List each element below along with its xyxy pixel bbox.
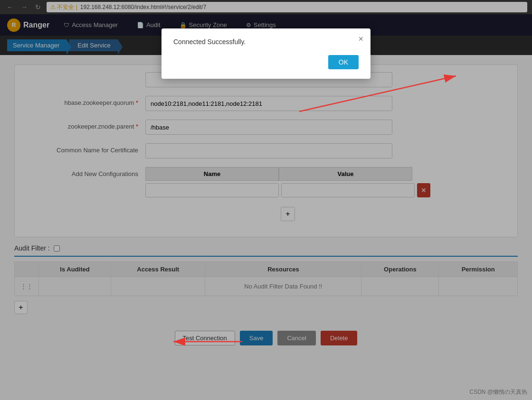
- modal-box: × Connected Successfully. OK: [162, 28, 370, 79]
- modal-footer: OK: [173, 55, 359, 69]
- ok-button[interactable]: OK: [328, 55, 359, 69]
- modal-close-button[interactable]: ×: [358, 34, 363, 44]
- modal-message: Connected Successfully.: [173, 38, 359, 46]
- modal-overlay: × Connected Successfully. OK: [0, 0, 532, 400]
